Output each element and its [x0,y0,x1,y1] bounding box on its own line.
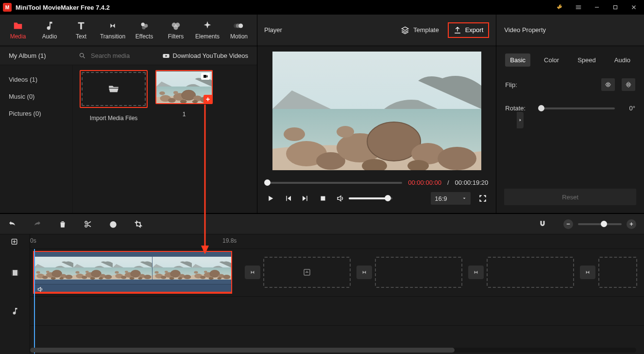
text-icon [76,20,86,31]
audio-track[interactable] [30,297,644,326]
seek-bar[interactable]: 00:00:00:00 / 00:00:19:20 [265,179,488,186]
tab-filters[interactable]: Filters [161,16,191,45]
time-separator: / [447,179,449,186]
tab-audio-label: Audio [42,33,57,40]
reset-button[interactable]: Reset [504,189,636,205]
motion-icon [234,20,244,31]
category-videos[interactable]: Videos (1) [0,71,72,88]
folder-open-icon [107,83,120,95]
export-button[interactable]: Export [448,22,490,38]
delete-button[interactable] [58,220,67,229]
add-track-button[interactable] [0,234,30,249]
minimize-icon[interactable] [590,0,604,15]
media-category-list: Videos (1) Music (0) Pictures (0) [0,65,73,213]
prop-tab-speed[interactable]: Speed [573,53,601,67]
video-track[interactable] [30,249,644,297]
empty-clip-slot-2[interactable] [375,257,462,288]
stop-button[interactable] [318,193,328,204]
upgrade-key-icon[interactable] [553,0,567,15]
magnet-button[interactable] [538,220,547,229]
tab-effects[interactable]: Effects [129,16,159,45]
download-youtube-button[interactable]: Download YouTube Videos [162,52,257,60]
prop-tab-color[interactable]: Color [539,53,564,67]
timeline-scrollbar[interactable] [30,348,636,353]
tab-text[interactable]: Text [66,16,96,45]
ruler-mark-0: 0s [30,237,36,244]
import-media-card[interactable]: Import Media Files [78,70,150,122]
menu-icon[interactable] [571,0,586,15]
album-label[interactable]: My Album (1) [0,52,73,59]
crop-button[interactable] [134,220,143,229]
zoom-in-button[interactable]: + [627,219,636,229]
aspect-ratio-select[interactable]: 16:9 [431,192,471,205]
prop-tab-basic[interactable]: Basic [505,53,530,67]
empty-clip-slot-1[interactable] [263,257,351,288]
filters-icon [170,20,181,31]
flip-horizontal-button[interactable] [601,78,615,91]
video-track-icon[interactable] [0,249,30,297]
add-clip-button[interactable]: + [203,95,212,104]
volume-slider[interactable] [349,197,392,199]
transition-slot-3[interactable] [468,266,484,279]
rotate-value: 0° [622,105,635,112]
timeline-ruler[interactable]: 0s 19.8s [0,234,644,249]
video-badge-icon [201,73,210,80]
sparkle-icon [202,20,213,31]
close-icon[interactable] [627,0,641,15]
template-button[interactable]: Template [397,23,443,37]
media-clip-1-label: 1 [154,111,214,118]
tab-transition-label: Transition [100,33,125,40]
app-title: MiniTool MovieMaker Free 7.4.2 [16,4,110,11]
split-button[interactable] [84,220,92,229]
collapse-property-panel[interactable] [517,112,524,128]
speed-button[interactable] [109,220,118,229]
tab-transition[interactable]: Transition [98,16,128,45]
rotate-label: Rotate: [505,105,532,112]
zoom-slider[interactable] [578,223,622,225]
effects-icon [139,20,150,31]
transition-slot-4[interactable] [580,266,595,279]
next-frame-button[interactable] [300,193,311,204]
transition-icon [107,20,118,31]
fullscreen-button[interactable] [477,193,488,204]
import-media-label: Import Media Files [78,115,150,122]
search-input[interactable] [90,52,153,60]
category-music[interactable]: Music (0) [0,88,72,105]
volume-icon[interactable] [335,193,346,204]
tab-motion-label: Motion [230,33,248,40]
redo-button[interactable] [33,220,42,229]
seek-knob[interactable] [264,179,271,186]
property-title: Video Property [496,15,644,47]
rotate-slider[interactable] [539,107,615,109]
undo-button[interactable] [8,220,17,229]
search-icon [79,52,86,59]
prop-tab-audio[interactable]: Audio [610,53,635,67]
transition-slot-1[interactable] [245,266,260,279]
video-preview[interactable] [272,52,481,170]
audio-track-icon[interactable] [0,297,30,326]
maximize-icon[interactable] [608,0,623,15]
category-pictures[interactable]: Pictures (0) [0,105,72,122]
transition-slot-2[interactable] [356,266,372,279]
search-media[interactable] [73,52,162,60]
tab-elements[interactable]: Elements [192,16,222,45]
tab-filters-label: Filters [168,33,184,40]
tab-audio[interactable]: Audio [34,16,65,45]
playhead[interactable] [34,249,35,354]
tab-media[interactable]: Media [3,16,33,45]
empty-clip-slot-4[interactable] [598,257,637,288]
tab-motion[interactable]: Motion [224,16,254,45]
tab-media-label: Media [10,33,26,40]
total-time: 00:00:19:20 [455,179,489,186]
timeline-clip-1[interactable] [33,251,232,294]
play-button[interactable] [265,193,276,204]
prev-frame-button[interactable] [283,193,293,204]
export-label: Export [465,26,484,34]
flip-vertical-button[interactable] [622,78,635,91]
media-clip-1[interactable]: + 1 [154,70,214,118]
svg-rect-29 [321,196,325,201]
svg-point-17 [141,22,145,26]
empty-clip-slot-3[interactable] [487,257,574,288]
svg-point-22 [173,25,178,30]
zoom-out-button[interactable]: − [563,219,573,229]
